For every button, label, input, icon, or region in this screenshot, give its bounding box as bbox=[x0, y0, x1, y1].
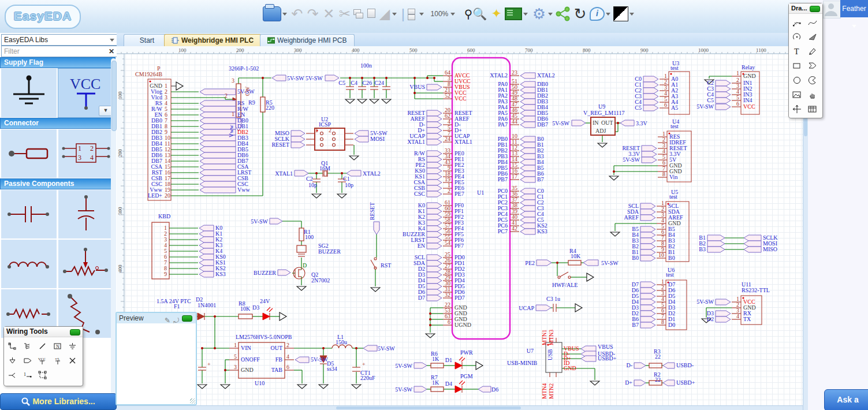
rect-tool-icon[interactable] bbox=[789, 58, 804, 73]
history-icon[interactable]: ↻ bbox=[574, 4, 587, 24]
svg-text:5V-SW: 5V-SW bbox=[696, 103, 714, 110]
svg-text:2N7002: 2N7002 bbox=[311, 277, 330, 284]
settings-gear-icon[interactable]: ⚙ bbox=[532, 4, 546, 24]
svg-text:10K: 10K bbox=[240, 305, 251, 312]
svg-text:VBUS: VBUS bbox=[409, 84, 425, 90]
polyline-tool-icon[interactable] bbox=[789, 15, 804, 29]
drawing-tools-minimize-icon[interactable] bbox=[810, 6, 820, 12]
svg-text:ss34: ss34 bbox=[327, 366, 337, 372]
image-tool-icon[interactable] bbox=[789, 87, 804, 102]
settings-caret[interactable] bbox=[548, 13, 553, 16]
bezier-tool-icon[interactable] bbox=[805, 15, 819, 29]
plus5-tool-icon[interactable]: +5 bbox=[50, 353, 65, 368]
username: Feather bbox=[842, 5, 866, 13]
svg-text:KBD: KBD bbox=[158, 213, 170, 219]
line-tool-icon[interactable] bbox=[35, 339, 50, 353]
tab-weighbridge-hmi-pcb[interactable]: Weighbridge HMI PCB bbox=[260, 34, 355, 46]
user-menu[interactable]: Feather bbox=[840, 0, 868, 17]
clear-filter-icon[interactable]: ✕ bbox=[109, 46, 114, 57]
tab-start[interactable]: Start bbox=[124, 34, 170, 46]
wire-tool-icon[interactable] bbox=[5, 339, 20, 353]
filter-input[interactable]: ✕Filter bbox=[1, 46, 118, 57]
vcc-tool-icon[interactable]: VCC bbox=[35, 353, 50, 368]
symbol-connector-4pin[interactable]: 1234 bbox=[58, 129, 114, 178]
cut-icon[interactable]: ✂ bbox=[339, 4, 351, 24]
svg-text:B0: B0 bbox=[668, 255, 675, 261]
zoom-caret[interactable] bbox=[450, 13, 455, 16]
text-tool-icon[interactable]: T bbox=[789, 44, 804, 58]
paste-icon[interactable] bbox=[366, 8, 377, 20]
svg-text:9: 9 bbox=[164, 271, 167, 277]
svg-text:U9: U9 bbox=[598, 103, 605, 110]
wiring-tools-header[interactable]: Wiring Tools bbox=[4, 327, 83, 337]
align-icon[interactable] bbox=[408, 8, 418, 20]
tab-weighbridge-hmi-plc[interactable]: Weighbridge HMI PLC bbox=[164, 34, 261, 46]
section-connector[interactable]: Connector bbox=[0, 118, 116, 129]
arrow-tool-icon[interactable] bbox=[805, 29, 819, 44]
theme-toggle-icon[interactable] bbox=[613, 6, 628, 21]
library-select[interactable]: EasyEDA Libs bbox=[1, 34, 118, 46]
preview-header[interactable]: ⤾ ✎ Preview bbox=[117, 313, 196, 323]
polygon-tool-icon[interactable] bbox=[805, 58, 819, 73]
svg-text:1K: 1K bbox=[432, 379, 439, 386]
copy-icon[interactable] bbox=[353, 8, 364, 20]
open-file-caret[interactable] bbox=[282, 13, 287, 16]
pin-tool-icon[interactable]: 1 bbox=[20, 368, 35, 382]
undo-icon[interactable]: ↶ bbox=[291, 4, 303, 24]
symbol-capacitor[interactable] bbox=[1, 190, 57, 238]
align-caret[interactable] bbox=[419, 13, 424, 16]
info-icon[interactable]: i bbox=[590, 7, 605, 21]
group-tool-icon[interactable] bbox=[35, 368, 50, 382]
svg-text:F1: F1 bbox=[174, 303, 180, 310]
symbol-capacitor-polarized[interactable] bbox=[58, 190, 114, 238]
share-icon[interactable] bbox=[556, 6, 571, 21]
pcb-convert-icon[interactable] bbox=[505, 8, 522, 20]
arc-tool-icon[interactable] bbox=[789, 29, 804, 44]
delete-icon[interactable]: ✕ bbox=[323, 4, 334, 24]
find-component-icon[interactable]: ⚲🔍 bbox=[464, 4, 487, 24]
theme-caret[interactable] bbox=[629, 13, 634, 16]
redo-icon[interactable]: ↷ bbox=[307, 4, 319, 24]
info-caret[interactable] bbox=[606, 13, 610, 16]
symbol-vcc[interactable]: VCC ▼ bbox=[58, 69, 114, 117]
rotate-icon[interactable]: ◢ bbox=[379, 4, 390, 24]
canvas-hscrollbar[interactable] bbox=[117, 405, 803, 410]
origin-tool-icon[interactable] bbox=[789, 102, 804, 116]
symbol-inductor[interactable] bbox=[1, 240, 57, 288]
preview-minimize-icon[interactable] bbox=[182, 315, 192, 322]
symbol-ground[interactable] bbox=[1, 69, 57, 117]
netport-tool-icon[interactable] bbox=[20, 353, 35, 368]
ground-triangle-tool-icon[interactable] bbox=[5, 353, 20, 368]
rotate-caret[interactable] bbox=[392, 13, 397, 16]
svg-text:200: 200 bbox=[236, 47, 244, 53]
pencil-tool-icon[interactable] bbox=[805, 44, 819, 58]
schematic-drawing[interactable]: 1002003004005006007008009001000110010020… bbox=[117, 46, 803, 405]
zoom-level[interactable]: 100% bbox=[431, 10, 449, 18]
preview-popout-icon[interactable]: ⤾ bbox=[173, 315, 179, 326]
pcb-caret[interactable] bbox=[523, 13, 528, 16]
drawing-tools-header[interactable]: Dra... bbox=[789, 3, 822, 14]
wizard-icon[interactable]: ✦ bbox=[491, 4, 502, 24]
svg-text:KS3: KS3 bbox=[215, 271, 226, 277]
netflag-tool-icon[interactable] bbox=[5, 368, 20, 382]
section-passive[interactable]: Passive Components bbox=[0, 178, 116, 189]
pie-tool-icon[interactable] bbox=[805, 73, 819, 87]
avatar[interactable] bbox=[823, 1, 841, 18]
preview-window[interactable]: ⤾ ✎ Preview bbox=[116, 312, 197, 405]
preview-edit-icon[interactable]: ✎ bbox=[165, 315, 170, 326]
symbol-potentiometer[interactable] bbox=[58, 240, 114, 288]
bus-tool-icon[interactable] bbox=[20, 339, 35, 353]
ask-question-button[interactable]: Ask a bbox=[824, 389, 868, 410]
symbol-connector-1pin[interactable] bbox=[1, 129, 57, 178]
more-libraries-button[interactable]: More Libraries... bbox=[0, 393, 117, 410]
preview-resize-handle[interactable] bbox=[190, 398, 195, 404]
netlabel-tool-icon[interactable]: N bbox=[50, 339, 65, 353]
drag-tool-icon[interactable] bbox=[805, 87, 819, 102]
open-file-icon[interactable] bbox=[263, 6, 281, 21]
wiring-tools-minimize-icon[interactable] bbox=[70, 329, 80, 336]
table-tool-icon[interactable] bbox=[805, 102, 819, 116]
ellipse-tool-icon[interactable] bbox=[789, 73, 804, 87]
noconnect-tool-icon[interactable] bbox=[65, 353, 80, 368]
ground-tool-icon[interactable] bbox=[65, 339, 80, 353]
section-supply-flag[interactable]: Supply Flag bbox=[0, 57, 116, 68]
